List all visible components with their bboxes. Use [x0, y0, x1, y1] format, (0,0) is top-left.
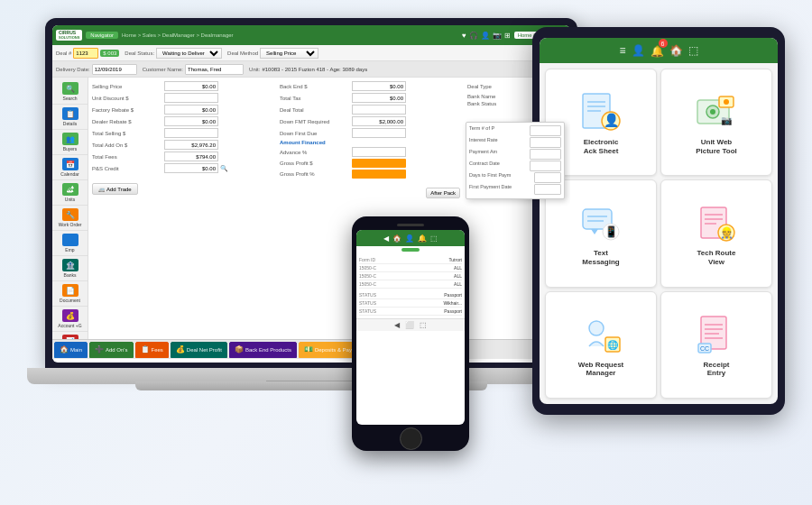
phone-home-nav-icon[interactable]: 🏠 — [392, 234, 401, 243]
delivery-date-input[interactable] — [92, 64, 137, 75]
sidebar-item-details[interactable]: 📋 Details — [52, 105, 88, 130]
customer-name-input[interactable] — [185, 64, 244, 75]
total-fees-input[interactable] — [164, 152, 218, 161]
user-icon[interactable]: 👤 — [481, 32, 490, 40]
phone-exit-icon[interactable]: ⬚ — [430, 234, 438, 243]
phone-status-label2: STATUS — [359, 300, 376, 306]
phone-bottom-back[interactable]: ◀ — [394, 321, 400, 329]
sidebar-item-document[interactable]: 📄 Document — [52, 281, 88, 307]
finance-panel: Term # of P Interest Rate Payment Am — [466, 122, 565, 199]
tab-addons[interactable]: ➕ Add On's — [89, 342, 134, 358]
tablet-person-icon[interactable]: 👤 — [632, 44, 645, 57]
tile-unit-picture[interactable]: 📷 Unit WebPicture Tool — [660, 69, 772, 176]
deal-number-input[interactable] — [73, 48, 98, 59]
finance-term-input[interactable] — [530, 125, 561, 136]
down-first-row: Down First Due — [280, 128, 460, 138]
phone-bottom-apps[interactable]: ⬚ — [420, 321, 427, 329]
unit-discount-row: Unit Discount $ — [92, 93, 272, 103]
tile-receipt-entry[interactable]: CC ReceiptEntry — [660, 291, 772, 399]
advance-input[interactable] — [352, 147, 406, 157]
search-label: Search — [63, 96, 78, 101]
unit-discount-input[interactable] — [164, 93, 218, 103]
phone-value-1: ALL — [454, 265, 462, 271]
phone-row-2: 15050-C ALL — [359, 272, 462, 280]
svg-text:🌐: 🌐 — [607, 339, 619, 351]
pns-credit-input[interactable] — [164, 163, 218, 173]
search-sidebar-icon: 🔍 — [62, 82, 78, 95]
details-label: Details — [63, 121, 77, 126]
sidebar-item-search[interactable]: 🔍 Search — [52, 79, 88, 105]
sidebar-item-emp[interactable]: 👤 Emp — [52, 231, 88, 256]
sidebar: 🔍 Search 📋 Details 👥 Buyers 📅 Calendar — [52, 78, 88, 359]
deal-status-select[interactable]: Waiting to Deliver — [156, 48, 222, 59]
finance-payment-input[interactable] — [530, 149, 561, 160]
total-selling-input[interactable] — [164, 128, 218, 138]
sidebar-item-banks[interactable]: 🏦 Banks — [52, 256, 88, 281]
delivery-date-field: Delivery Date: — [56, 64, 137, 75]
gross-profit-pct-bar — [352, 170, 406, 179]
finance-days-row: Days to First Paym — [469, 172, 561, 183]
calendar-sidebar-icon: 📅 — [62, 158, 78, 170]
factory-rebate-input[interactable] — [164, 105, 218, 115]
svg-text:📱: 📱 — [604, 225, 618, 238]
laptop-screen: CIRRUS SOLUTIONS Navigator Home > Sales … — [52, 25, 570, 363]
phone-value-3: ALL — [454, 281, 462, 287]
selling-price-row: Selling Price — [92, 81, 272, 91]
selling-price-input[interactable] — [164, 81, 218, 91]
phone-person-icon[interactable]: 👤 — [405, 234, 414, 243]
headset-icon[interactable]: 🎧 — [469, 32, 478, 40]
finance-days-input[interactable] — [534, 172, 561, 183]
document-sidebar-icon: 📄 — [62, 284, 78, 297]
total-addon-input[interactable] — [164, 140, 218, 150]
deal-method-select[interactable]: Selling Price — [260, 48, 318, 59]
navigator-button[interactable]: Navigator — [86, 32, 118, 39]
heart-icon[interactable]: ♥ — [462, 32, 466, 40]
tablet-exit-icon[interactable]: ⬚ — [688, 44, 698, 57]
finance-contract-input[interactable] — [530, 161, 561, 171]
bottom-tabs: 🏠 Main ➕ Add On's 📋 Fees 💰 Deal Net Prof… — [52, 339, 570, 359]
add-trade-button[interactable]: 🚐 Add Trade — [92, 183, 138, 195]
dealer-rebate-input[interactable] — [164, 116, 218, 126]
svg-marker-13 — [591, 229, 598, 234]
phone-label-1: 15050-C — [359, 265, 376, 271]
search-small-icon[interactable]: 🔍 — [220, 165, 228, 172]
phone-back-icon[interactable]: ◀ — [383, 234, 389, 243]
workorder-label: Work Order — [59, 222, 82, 227]
tab-back-end[interactable]: 📦 Back End Products — [229, 342, 297, 358]
emp-label: Emp — [65, 247, 74, 252]
document-label: Document — [60, 298, 80, 303]
tablet-home-icon[interactable]: 🏠 — [669, 44, 683, 57]
after-pack-button[interactable]: After Pack — [426, 188, 460, 198]
tab-fees[interactable]: 📋 Fees — [135, 342, 169, 358]
finance-rate-input[interactable] — [530, 137, 561, 148]
total-selling-label: Total Selling $ — [92, 131, 164, 136]
grid-icon[interactable]: ⊞ — [504, 32, 511, 40]
sidebar-item-account[interactable]: 💰 Account +G — [52, 307, 88, 332]
finance-rate-label: Interest Rate — [469, 137, 498, 148]
sidebar-item-buyers[interactable]: 👥 Buyers — [52, 130, 88, 155]
unit-field: Unit: #10083 - 2015 Fuzion 418 - Age: 30… — [249, 67, 367, 72]
header-icons: ♥ 🎧 👤 📷 ⊞ — [462, 32, 511, 40]
back-end-input[interactable] — [352, 81, 406, 91]
phone-bell-icon[interactable]: 🔔 — [418, 234, 427, 243]
sidebar-item-units[interactable]: 🏕 Units — [52, 180, 88, 206]
units-label: Units — [65, 197, 75, 202]
calendar-label: Calendar — [60, 171, 78, 177]
tab-main[interactable]: 🏠 Main — [54, 342, 88, 358]
down-fmt-input[interactable] — [352, 116, 406, 126]
total-tax-label: Total Tax — [280, 96, 352, 101]
sidebar-item-calendar[interactable]: 📅 Calendar — [52, 155, 88, 180]
down-first-input[interactable] — [352, 128, 406, 138]
camera-icon[interactable]: 📷 — [493, 32, 502, 40]
tile-web-request[interactable]: 🌐 Web RequestManager — [545, 291, 657, 399]
sidebar-item-workorder[interactable]: 🔧 Work Order — [52, 206, 88, 231]
phone-bottom-home[interactable]: ⬜ — [405, 321, 414, 329]
tab-deal-profit[interactable]: 💰 Deal Net Profit — [171, 342, 227, 358]
unit-picture-icon-area: 📷 — [694, 89, 739, 134]
tile-tech-route[interactable]: 👷 Tech RouteView — [660, 179, 772, 287]
phone-home-button[interactable] — [400, 427, 422, 450]
tablet-menu-icon[interactable]: ≡ — [619, 44, 625, 57]
finance-firstpay-input[interactable] — [534, 184, 561, 195]
deal-total-input[interactable] — [352, 105, 406, 115]
total-tax-input[interactable] — [352, 93, 406, 103]
